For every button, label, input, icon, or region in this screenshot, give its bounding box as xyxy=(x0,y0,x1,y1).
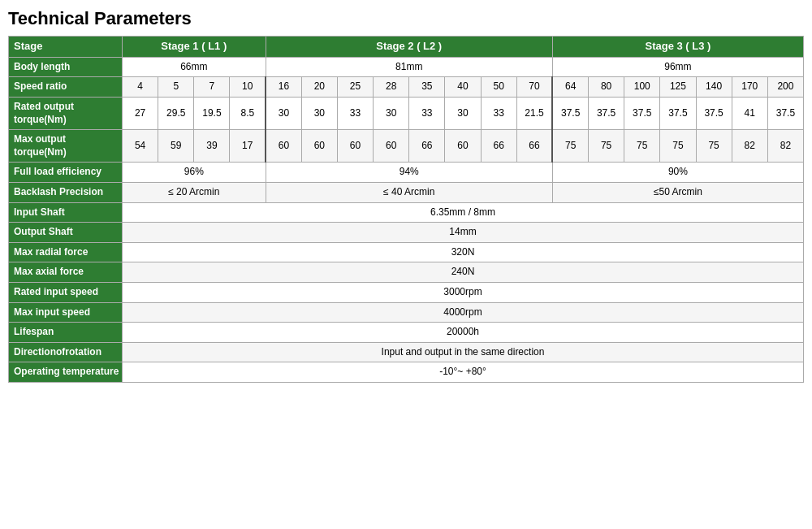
value-cell: 64 xyxy=(552,77,588,98)
value-cell: 5 xyxy=(158,77,194,98)
value-cell: 4 xyxy=(123,77,158,98)
value-cell: 30 xyxy=(266,98,301,130)
value-cell: 60 xyxy=(266,130,301,163)
value-cell: 10 xyxy=(230,77,266,98)
value-cell: 21.5 xyxy=(516,98,552,130)
value-cell: 75 xyxy=(624,130,660,163)
value-cell: 82 xyxy=(767,130,803,163)
value-cell: 37.5 xyxy=(767,98,803,130)
table-row: Lifespan20000h xyxy=(9,323,804,343)
value-cell: 39 xyxy=(194,130,230,163)
stage3-value: ≤50 Arcmin xyxy=(552,183,803,203)
row-label: Body length xyxy=(9,57,123,77)
value-cell: 37.5 xyxy=(552,98,588,130)
table-row: Speed ratio45710162025283540507064801001… xyxy=(9,77,804,98)
value-cell: 140 xyxy=(696,77,732,98)
row-label: Lifespan xyxy=(9,323,123,343)
stage-header-row: Stage Stage 1 ( L1 ) Stage 2 ( L2 ) Stag… xyxy=(9,37,804,58)
value-cell: 37.5 xyxy=(696,98,732,130)
stage3-value: 96mm xyxy=(552,57,803,77)
value-cell: 33 xyxy=(409,98,445,130)
value-cell: 100 xyxy=(624,77,660,98)
value-cell: 66 xyxy=(516,130,552,163)
value-cell: 33 xyxy=(481,98,516,130)
full-value-cell: 20000h xyxy=(123,323,804,343)
row-label: Rated input speed xyxy=(9,283,123,303)
value-cell: 37.5 xyxy=(660,98,696,130)
value-cell: 75 xyxy=(589,130,624,163)
table-row: Output Shaft14mm xyxy=(9,223,804,243)
value-cell: 66 xyxy=(481,130,516,163)
stage1-value: 96% xyxy=(123,163,266,183)
row-label: Operating temperature xyxy=(9,362,123,383)
full-value-cell: -10°~ +80° xyxy=(123,362,804,383)
table-row: Rated input speed3000rpm xyxy=(9,283,804,303)
stage1-value: 66mm xyxy=(123,57,266,77)
value-cell: 80 xyxy=(589,77,624,98)
full-value-cell: 4000rpm xyxy=(123,302,804,323)
row-label: Full load efficiency xyxy=(9,163,123,183)
row-label: Max radial force xyxy=(9,242,123,262)
table-row: Max input speed4000rpm xyxy=(9,302,804,323)
value-cell: 37.5 xyxy=(589,98,624,130)
full-value-cell: 14mm xyxy=(123,223,804,243)
stage-label-header: Stage xyxy=(9,37,123,58)
value-cell: 17 xyxy=(230,130,266,163)
table-row: Full load efficiency96%94%90% xyxy=(9,163,804,183)
value-cell: 75 xyxy=(696,130,732,163)
table-row: Backlash Precision≤ 20 Arcmin≤ 40 Arcmin… xyxy=(9,183,804,203)
row-label: Speed ratio xyxy=(9,77,123,98)
value-cell: 54 xyxy=(123,130,158,163)
value-cell: 35 xyxy=(409,77,445,98)
value-cell: 60 xyxy=(445,130,481,163)
stage1-header: Stage 1 ( L1 ) xyxy=(123,37,266,58)
value-cell: 82 xyxy=(732,130,767,163)
stage2-value: 94% xyxy=(266,163,552,183)
stage1-value: ≤ 20 Arcmin xyxy=(123,183,266,203)
table-row: Max output torque(Nm)5459391760606060666… xyxy=(9,130,804,163)
value-cell: 20 xyxy=(301,77,337,98)
row-label: Max input speed xyxy=(9,302,123,323)
value-cell: 75 xyxy=(660,130,696,163)
value-cell: 33 xyxy=(337,98,373,130)
value-cell: 200 xyxy=(767,77,803,98)
full-value-cell: 240N xyxy=(123,262,804,283)
value-cell: 30 xyxy=(301,98,337,130)
value-cell: 30 xyxy=(445,98,481,130)
table-row: Operating temperature-10°~ +80° xyxy=(9,362,804,383)
value-cell: 8.5 xyxy=(230,98,266,130)
table-row: DirectionofrotationInput and output in t… xyxy=(9,342,804,362)
value-cell: 37.5 xyxy=(624,98,660,130)
value-cell: 28 xyxy=(374,77,409,98)
value-cell: 41 xyxy=(732,98,767,130)
value-cell: 40 xyxy=(445,77,481,98)
value-cell: 29.5 xyxy=(158,98,194,130)
row-label: Output Shaft xyxy=(9,223,123,243)
technical-parameters-table: Stage Stage 1 ( L1 ) Stage 2 ( L2 ) Stag… xyxy=(8,36,804,383)
page-title: Technical Parameters xyxy=(8,8,804,29)
value-cell: 7 xyxy=(194,77,230,98)
row-label: Input Shaft xyxy=(9,202,123,223)
table-row: Rated output torque(Nm)2729.519.58.53030… xyxy=(9,98,804,130)
table-row: Input Shaft6.35mm / 8mm xyxy=(9,202,804,223)
value-cell: 60 xyxy=(337,130,373,163)
stage3-value: 90% xyxy=(552,163,803,183)
value-cell: 25 xyxy=(337,77,373,98)
row-label: Max axial force xyxy=(9,262,123,283)
stage2-value: ≤ 40 Arcmin xyxy=(266,183,552,203)
value-cell: 30 xyxy=(374,98,409,130)
full-value-cell: Input and output in the same direction xyxy=(123,342,804,362)
value-cell: 60 xyxy=(301,130,337,163)
table-row: Max axial force240N xyxy=(9,262,804,283)
row-label: Backlash Precision xyxy=(9,183,123,203)
stage3-header: Stage 3 ( L3 ) xyxy=(552,37,803,58)
full-value-cell: 320N xyxy=(123,242,804,262)
full-value-cell: 3000rpm xyxy=(123,283,804,303)
value-cell: 16 xyxy=(266,77,301,98)
value-cell: 75 xyxy=(552,130,588,163)
full-value-cell: 6.35mm / 8mm xyxy=(123,202,804,223)
value-cell: 50 xyxy=(481,77,516,98)
value-cell: 170 xyxy=(732,77,767,98)
table-row: Body length66mm81mm96mm xyxy=(9,57,804,77)
table-row: Max radial force320N xyxy=(9,242,804,262)
